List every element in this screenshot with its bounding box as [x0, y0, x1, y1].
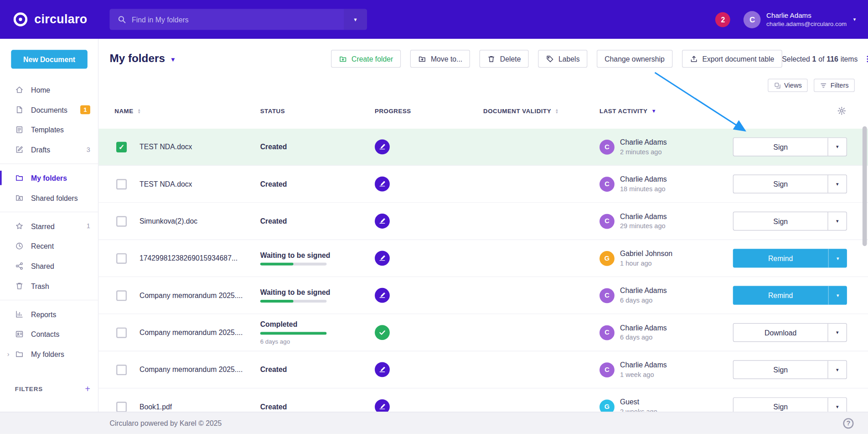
document-name[interactable]: Company memorandum 2025.... [140, 291, 243, 299]
row-checkbox[interactable] [116, 216, 127, 227]
document-name[interactable]: TEST NDA.docx [140, 180, 192, 188]
gear-icon[interactable] [837, 106, 847, 116]
row-checkbox[interactable] [116, 179, 127, 189]
new-document-button[interactable]: New Document [11, 50, 88, 68]
sidebar-item-drafts[interactable]: Drafts3 [0, 140, 98, 160]
sidebar-item-documents[interactable]: Documents1 [0, 100, 98, 120]
delete-button[interactable]: Delete [480, 50, 529, 68]
row-checkbox[interactable] [116, 253, 127, 264]
sidebar-item-label: Templates [31, 125, 64, 134]
action-dropdown-button[interactable]: ▾ [827, 398, 846, 412]
column-header-last-activity[interactable]: LAST ACTIVITY▼ [599, 108, 656, 115]
activity-user-name: Charlie Adams [620, 212, 667, 220]
activity-time: 1 week ago [620, 371, 667, 378]
move-to-button[interactable]: Move to... [410, 50, 470, 68]
notification-badge[interactable]: 2 [715, 12, 730, 27]
sidebar-item-my-folders[interactable]: My folders [0, 168, 98, 188]
column-header-name[interactable]: NAME▲▼ [114, 108, 141, 115]
remind-button[interactable]: Remind [733, 249, 828, 267]
column-header-document-validity[interactable]: DOCUMENT VALIDITY▲▼ [483, 108, 559, 115]
status-text: Created [260, 366, 287, 374]
export-document-table-button[interactable]: Export document table [682, 50, 782, 68]
filters-label: FILTERS [15, 386, 43, 392]
create-folder-button[interactable]: Create folder [331, 50, 401, 68]
sidebar-item-starred[interactable]: Starred1 [0, 216, 98, 236]
avatar: C [599, 325, 615, 340]
column-label: LAST ACTIVITY [599, 108, 647, 115]
row-checkbox[interactable]: ✓ [116, 142, 127, 152]
row-checkbox[interactable] [116, 402, 127, 412]
document-name[interactable]: Book1.pdf [140, 403, 172, 411]
sidebar-item-home[interactable]: Home [0, 80, 98, 100]
status-cell: Waiting to be signed [260, 251, 331, 266]
filters-button[interactable]: Filters [814, 78, 854, 92]
sign-button[interactable]: Sign [734, 138, 827, 156]
sidebar-item-label: Shared folders [31, 193, 78, 202]
template-icon [15, 125, 24, 134]
table-row[interactable]: TEST NDA.docx Created C Charlie Adams 18… [98, 166, 868, 203]
shared-folder-icon [15, 193, 24, 202]
add-filter-icon[interactable]: + [85, 384, 90, 394]
list-view-icon[interactable] [866, 53, 868, 64]
search-box[interactable]: ▾ [109, 9, 367, 30]
help-button[interactable]: ? [843, 418, 853, 429]
status-progress-bar [260, 263, 327, 266]
button-label: Delete [500, 55, 521, 63]
activity-user-name: Charlie Adams [620, 175, 667, 183]
sidebar-item-templates[interactable]: Templates [0, 120, 98, 140]
action-dropdown-button[interactable]: ▾ [827, 212, 846, 230]
document-name[interactable]: Company memorandum 2025.... [140, 328, 243, 336]
action-dropdown-button[interactable]: ▾ [827, 361, 846, 379]
table-row[interactable]: Book1.pdf Created G Guest 2 weeks ago Si… [98, 388, 868, 412]
table-row[interactable]: 17429981238269015934687... Waiting to be… [98, 240, 868, 277]
status-cell: Completed6 days ago [260, 320, 327, 345]
sign-button[interactable]: Sign [734, 175, 827, 193]
sign-button[interactable]: Sign [734, 361, 827, 379]
sidebar-item-reports[interactable]: Reports [0, 304, 98, 324]
sidebar-item-contacts[interactable]: Contacts [0, 324, 98, 344]
document-name[interactable]: TEST NDA.docx [140, 143, 192, 151]
scrollbar[interactable] [863, 126, 867, 246]
table-row[interactable]: Company memorandum 2025.... Completed6 d… [98, 314, 868, 351]
sign-progress-icon [375, 288, 390, 303]
sidebar-item-shared[interactable]: Shared [0, 256, 98, 276]
row-checkbox[interactable] [116, 328, 127, 338]
toolbar-right: Selected1of116items [782, 53, 868, 64]
user-menu[interactable]: C Charlie Adams charlie.adams@circularo.… [744, 11, 856, 28]
sidebar-item-label: Reports [31, 310, 56, 318]
action-dropdown-button[interactable]: ▾ [827, 175, 846, 193]
sidebar-filters[interactable]: FILTERS + [15, 384, 90, 394]
document-name[interactable]: Company memorandum 2025.... [140, 366, 243, 374]
remind-button[interactable]: Remind [733, 286, 828, 305]
sort-desc-icon: ▼ [651, 108, 656, 114]
table-row[interactable]: ✓ TEST NDA.docx Created C Charlie Adams … [98, 129, 868, 166]
search-input[interactable] [132, 9, 344, 30]
sidebar-item-label: My folders [31, 174, 67, 182]
labels-button[interactable]: Labels [538, 50, 587, 68]
row-actions: Download ▾ [733, 323, 847, 342]
sidebar-item-recent[interactable]: Recent [0, 236, 98, 256]
action-dropdown-button[interactable]: ▾ [827, 138, 846, 156]
page-title[interactable]: My folders ▼ [109, 52, 176, 65]
row-checkbox[interactable] [116, 365, 127, 375]
views-button[interactable]: Views [768, 78, 808, 92]
sidebar-item-trash[interactable]: Trash [0, 276, 98, 296]
sidebar-item-my-folders[interactable]: ›My folders [0, 344, 98, 364]
document-name[interactable]: 17429981238269015934687... [140, 254, 238, 262]
search-scope-dropdown[interactable]: ▾ [344, 9, 367, 30]
document-name[interactable]: Simunkova(2).doc [140, 217, 197, 225]
sign-button[interactable]: Sign [734, 398, 827, 412]
row-checkbox[interactable] [116, 290, 127, 301]
table-row[interactable]: Simunkova(2).doc Created C Charlie Adams… [98, 203, 868, 240]
action-dropdown-button[interactable]: ▾ [827, 324, 846, 341]
change-ownership-button[interactable]: Change ownership [597, 50, 672, 68]
download-button[interactable]: Download [734, 324, 827, 341]
table-row[interactable]: Company memorandum 2025.... Waiting to b… [98, 277, 868, 314]
action-dropdown-button[interactable]: ▾ [828, 249, 847, 267]
sidebar-item-shared-folders[interactable]: Shared folders [0, 188, 98, 208]
toolbar-buttons: Create folderMove to...DeleteLabelsChang… [331, 50, 782, 68]
sign-button[interactable]: Sign [734, 212, 827, 230]
action-dropdown-button[interactable]: ▾ [828, 286, 847, 305]
table-row[interactable]: Company memorandum 2025.... Created C Ch… [98, 351, 868, 388]
brand[interactable]: circularo [0, 11, 98, 27]
